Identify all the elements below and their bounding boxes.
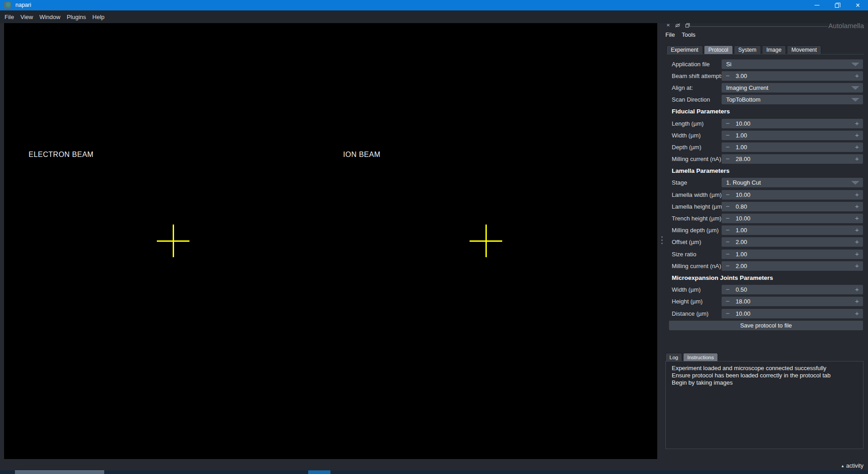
menu-file[interactable]: File [1, 14, 17, 20]
viewer-canvas[interactable]: ELECTRON BEAM ION BEAM [4, 23, 657, 459]
lamella-milling-current-spinbox[interactable]: − 2.00 + [722, 261, 863, 271]
increment-icon[interactable]: + [855, 214, 859, 222]
increment-icon[interactable]: + [855, 190, 859, 199]
tab-experiment[interactable]: Experiment [666, 45, 703, 54]
menu-plugins[interactable]: Plugins [63, 14, 89, 20]
save-protocol-button[interactable]: Save protocol to file [669, 321, 863, 330]
taskbar-item[interactable] [15, 470, 104, 474]
spin-value[interactable]: 10.00 [736, 190, 751, 200]
minimize-button[interactable] [807, 0, 827, 10]
mej-width-spinbox[interactable]: − 0.50 + [722, 285, 863, 294]
decrement-icon[interactable]: − [726, 71, 730, 80]
increment-icon[interactable]: + [855, 237, 859, 246]
panel-menu-file[interactable]: File [665, 31, 675, 38]
close-button[interactable]: × [848, 0, 868, 10]
tab-image[interactable]: Image [762, 45, 786, 54]
decrement-icon[interactable]: − [726, 131, 730, 139]
tab-movement[interactable]: Movement [787, 45, 821, 54]
decrement-icon[interactable]: − [726, 237, 730, 246]
spin-value[interactable]: 3.00 [736, 71, 747, 81]
increment-icon[interactable]: + [855, 142, 859, 151]
menu-help[interactable]: Help [89, 14, 108, 20]
decrement-icon[interactable]: − [726, 285, 730, 293]
fiducial-width-spinbox[interactable]: − 1.00 + [722, 131, 863, 140]
spin-value[interactable]: 10.00 [736, 119, 751, 128]
spin-value[interactable]: 18.00 [736, 297, 751, 306]
spin-value[interactable]: 2.00 [736, 261, 747, 271]
spin-value[interactable]: 1.00 [736, 249, 747, 259]
increment-icon[interactable]: + [855, 202, 859, 210]
decrement-icon[interactable]: − [726, 225, 730, 234]
increment-icon[interactable]: + [855, 297, 859, 305]
align-at-dropdown[interactable]: Imaging Current [722, 83, 863, 93]
menu-window[interactable]: Window [36, 14, 63, 20]
beam-shift-attempts-spinbox[interactable]: − 3.00 + [722, 71, 863, 81]
increment-icon[interactable]: + [855, 71, 859, 80]
decrement-icon[interactable]: − [726, 249, 730, 258]
fiducial-milling-current-spinbox[interactable]: − 28.00 + [722, 154, 863, 164]
spin-value[interactable]: 0.80 [736, 202, 747, 211]
mej-distance-spinbox[interactable]: − 10.00 + [722, 309, 863, 318]
spin-value[interactable]: 10.00 [736, 214, 751, 223]
log-tabbar: Log Instructions [665, 353, 718, 361]
increment-icon[interactable]: + [855, 261, 859, 270]
decrement-icon[interactable]: − [726, 261, 730, 270]
milling-depth-spinbox[interactable]: − 1.00 + [722, 225, 863, 235]
increment-icon[interactable]: + [855, 225, 859, 234]
panel-menu-tools[interactable]: Tools [682, 31, 695, 38]
hide-panel-icon[interactable] [675, 23, 680, 28]
stage-dropdown[interactable]: 1. Rough Cut [722, 178, 863, 187]
restore-button[interactable] [827, 0, 848, 10]
decrement-icon[interactable]: − [726, 309, 730, 318]
lamella-height-spinbox[interactable]: − 0.80 + [722, 202, 863, 211]
increment-icon[interactable]: + [855, 249, 859, 258]
field-row: Size ratio − 1.00 + [669, 248, 863, 260]
menu-view[interactable]: View [17, 14, 36, 20]
spin-value[interactable]: 1.00 [736, 131, 747, 140]
decrement-icon[interactable]: − [726, 154, 730, 163]
increment-icon[interactable]: + [855, 131, 859, 139]
spin-value[interactable]: 2.00 [736, 237, 747, 247]
tab-instructions[interactable]: Instructions [683, 353, 718, 361]
spin-value[interactable]: 10.00 [736, 309, 751, 318]
increment-icon[interactable]: + [855, 119, 859, 127]
close-panel-icon[interactable]: ✕ [666, 23, 670, 28]
spin-value[interactable]: 0.50 [736, 285, 747, 294]
decrement-icon[interactable]: − [726, 142, 730, 151]
tab-protocol[interactable]: Protocol [704, 45, 733, 54]
section-header-fiducial: Fiducial Parameters [669, 106, 863, 117]
panel-splitter-handle[interactable] [661, 236, 663, 244]
napari-window: { "titlebar": { "app_title": "napari" },… [0, 0, 868, 474]
decrement-icon[interactable]: − [726, 297, 730, 305]
electron-beam-crosshair [157, 225, 189, 257]
fiducial-length-spinbox[interactable]: − 10.00 + [722, 119, 863, 128]
decrement-icon[interactable]: − [726, 214, 730, 222]
increment-icon[interactable]: + [855, 285, 859, 293]
trench-height-spinbox[interactable]: − 10.00 + [722, 214, 863, 223]
lamella-width-spinbox[interactable]: − 10.00 + [722, 190, 863, 200]
tab-log[interactable]: Log [665, 353, 682, 361]
decrement-icon[interactable]: − [726, 190, 730, 199]
activity-toggle[interactable]: ▲ activity [841, 463, 863, 469]
dropdown-arrow-icon [851, 63, 859, 66]
spin-value[interactable]: 1.00 [736, 142, 747, 152]
field-row: Stage 1. Rough Cut [669, 177, 863, 189]
tab-system[interactable]: System [734, 45, 761, 54]
scan-direction-dropdown[interactable]: TopToBottom [722, 95, 863, 104]
mej-height-spinbox[interactable]: − 18.00 + [722, 297, 863, 306]
taskbar-item-active[interactable] [308, 470, 330, 474]
spin-value[interactable]: 1.00 [736, 225, 747, 235]
size-ratio-spinbox[interactable]: − 1.00 + [722, 249, 863, 259]
instructions-panel[interactable]: Experiment loaded and microscope connect… [665, 361, 863, 449]
field-row: Lamella height (µm) − 0.80 + [669, 200, 863, 212]
spin-value[interactable]: 28.00 [736, 154, 751, 164]
float-panel-icon[interactable] [685, 23, 690, 28]
fiducial-depth-spinbox[interactable]: − 1.00 + [722, 142, 863, 152]
increment-icon[interactable]: + [855, 309, 859, 318]
increment-icon[interactable]: + [855, 154, 859, 163]
decrement-icon[interactable]: − [726, 202, 730, 210]
offset-spinbox[interactable]: − 2.00 + [722, 237, 863, 247]
application-file-dropdown[interactable]: Si [722, 59, 863, 69]
decrement-icon[interactable]: − [726, 119, 730, 127]
field-row: Scan Direction TopToBottom [669, 94, 863, 106]
